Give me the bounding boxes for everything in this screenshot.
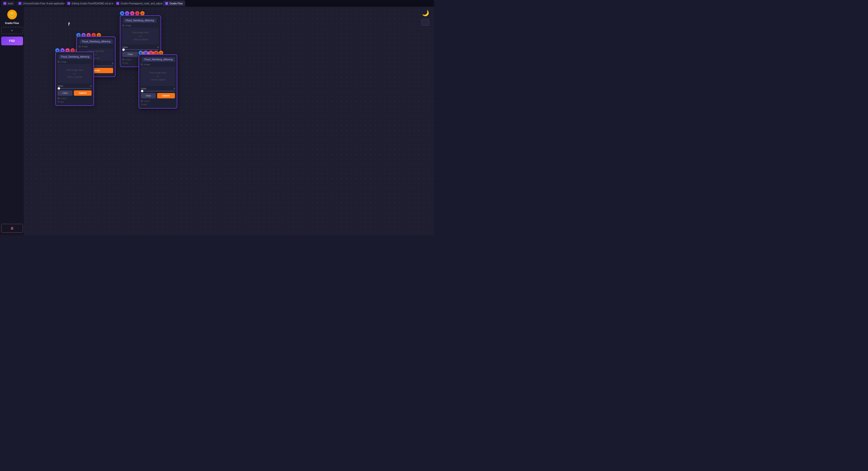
node-tab-3: Floyd_Steinberg_dithering [59, 55, 92, 59]
sidebar: 😊 Gradio Flow + FSD 🗑 [0, 7, 24, 235]
output-empty-4: Empty [141, 103, 175, 106]
tab-app[interactable]: ⊡ Gradio Flow [163, 0, 185, 6]
browser-tabs: ⊡ trash ⊡ LVivona/Gradio-Flow: A web app… [0, 0, 434, 7]
slider-thumb-4[interactable] [141, 90, 144, 92]
tab-icon-editing: ⊡ [67, 2, 70, 5]
app-title: Gradio Flow [5, 22, 19, 25]
tab-icon-trash: ⊡ [3, 2, 6, 5]
slider-thumb-1[interactable] [122, 49, 125, 51]
tool-copy-btn-1[interactable]: ♥ [130, 11, 134, 16]
image-drop-zone-1[interactable]: Drop Image Here - or - Click to Upload [122, 28, 159, 45]
tab-icon-app: ⊡ [165, 2, 168, 5]
fsd-button[interactable]: FSD [1, 37, 23, 45]
slider-row-3: Slider 0 [58, 85, 92, 87]
tab-icon-gif: ⊡ [116, 2, 119, 5]
node-card-bottom-left: Floyd_Steinberg_dithering Image Drop Ima… [55, 52, 94, 106]
clear-button-1[interactable]: Clear [122, 52, 138, 57]
output-label-3: output [58, 97, 92, 99]
submit-button-3[interactable]: Submit [74, 90, 92, 96]
trash-zone[interactable]: 🗑 [1, 224, 23, 233]
canvas[interactable]: 🌙 ← ⊞ ⊟ ♥ ✕ ⟳ Floyd_Steinberg_dithering … [24, 7, 434, 235]
main-container: 😊 Gradio Flow + FSD 🗑 🌙 ← ⊞ ⊟ ♥ ✕ ⟳ Floy… [0, 7, 434, 235]
minimap[interactable] [422, 19, 429, 26]
node-body-4: Image Drop Image Here - or - Click to Up… [139, 62, 177, 108]
image-section-label-1: Image [122, 24, 159, 27]
slider-track-3[interactable] [58, 88, 92, 89]
tab-trash[interactable]: ⊡ trash [1, 0, 16, 6]
node-tab-2: Floyd_Steinberg_dithering [80, 39, 113, 44]
app-logo: 😊 [7, 10, 17, 19]
tool-settings-btn-1[interactable]: ⟳ [140, 11, 145, 16]
tool-layout-btn-1[interactable]: ⊟ [125, 11, 129, 16]
output-label-4: output [141, 100, 175, 102]
tab-gif[interactable]: ⊡ Gradio-Flow/append_node_and_adjust_hei… [114, 0, 162, 6]
btn-row-4: Clear Submit [141, 93, 175, 98]
clear-button-4[interactable]: Clear [141, 93, 156, 98]
node-tab-4: Floyd_Steinberg_dithering [142, 57, 175, 62]
tool-delete-btn-1[interactable]: ✕ [135, 11, 140, 16]
btn-row-3: Clear Submit [58, 90, 92, 96]
node-body-3: Image Drop Image Here - or - Click to Up… [56, 59, 93, 106]
slider-thumb-3[interactable] [58, 87, 60, 90]
tab-icon-gradio-web: ⊡ [19, 2, 21, 5]
moon-icon: 🌙 [422, 10, 429, 17]
tool-grid-btn-1[interactable]: ⊞ [120, 11, 124, 16]
image-drop-zone-4[interactable]: Drop Image Here - or - Click to Upload [141, 67, 175, 86]
add-button[interactable]: + [1, 27, 23, 34]
output-section-3: output Empty [58, 97, 92, 104]
tab-gradio-web[interactable]: ⊡ LVivona/Gradio-Flow: A web application… [16, 0, 64, 6]
image-section-label-3: Image [58, 61, 92, 63]
image-section-label-2: Image [79, 45, 113, 48]
image-section-label-4: Image [141, 63, 175, 66]
tab-editing[interactable]: ⊡ Editing Gradio-Flow/README.md at main … [65, 0, 113, 6]
slider-row-4: Slider 0 [141, 87, 175, 90]
node-card-bottom-right: Floyd_Steinberg_dithering Image Drop Ima… [138, 54, 177, 109]
slider-track-4[interactable] [141, 91, 175, 92]
output-empty-3: Empty [58, 100, 92, 104]
node-tab-1: Floyd_Steinberg_dithering [123, 18, 156, 23]
slider-row-1: Slider 0 [122, 46, 159, 49]
output-section-4: output Empty [141, 100, 175, 106]
image-drop-zone-3[interactable]: Drop Image Here - or - Click to Upload [58, 64, 92, 83]
clear-button-3[interactable]: Clear [58, 90, 72, 96]
cursor [68, 23, 71, 27]
submit-button-4[interactable]: Submit [157, 93, 175, 98]
node-toolbar-1: ⊞ ⊟ ♥ ✕ ⟳ [120, 11, 145, 16]
slider-track-1[interactable] [122, 49, 159, 50]
